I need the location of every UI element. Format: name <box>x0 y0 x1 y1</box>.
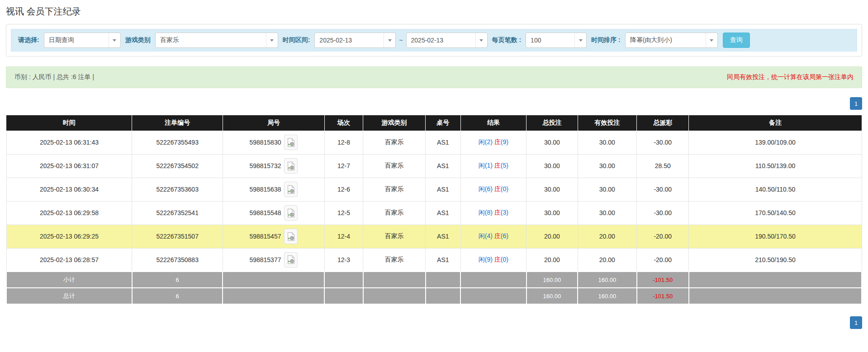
cell-time: 2025-02-13 06:30:34 <box>6 178 132 201</box>
video-file-icon <box>287 161 295 171</box>
table-row: 2025-02-13 06:31:07522267354502598815732… <box>6 154 862 178</box>
sort-order-label: 时间排序 : <box>591 36 621 44</box>
date-from-value: 2025-02-13 <box>315 37 384 44</box>
video-replay-button[interactable] <box>284 135 298 150</box>
cell-round-no: 598815830 <box>223 131 324 154</box>
cell-result: 闲(4) 庄(6) <box>460 225 526 248</box>
cell-table-no: AS1 <box>426 154 461 178</box>
summary-row: 小计6160.00160.00-101.50 <box>6 272 862 288</box>
cell-remark: 110.50/139.00 <box>689 154 862 178</box>
cell-valid-bet: 30.00 <box>578 131 636 154</box>
summary-label: 小计 <box>6 272 132 288</box>
cell-time: 2025-02-13 06:29:58 <box>6 201 132 225</box>
cell-round-no: 598815732 <box>223 154 324 178</box>
cell-game-type: 百家乐 <box>363 131 426 154</box>
result-player: 闲(4) <box>479 232 493 239</box>
pagination-bottom: 1 <box>6 316 862 329</box>
cell-payout: -20.00 <box>637 248 689 272</box>
cell-time: 2025-02-13 06:31:43 <box>6 131 132 154</box>
video-replay-button[interactable] <box>284 205 298 221</box>
summary-empty-cell <box>324 272 363 288</box>
cell-remark: 170.50/140.50 <box>689 201 862 225</box>
round-no-group: 598815732 <box>223 158 324 174</box>
cell-result: 闲(6) 庄(0) <box>460 178 526 201</box>
cell-result: 闲(8) 庄(3) <box>460 201 526 225</box>
result-banker: 庄 <box>494 138 501 145</box>
chevron-down-icon <box>109 33 120 47</box>
result-player: 闲(8) <box>479 209 493 216</box>
result-banker: 庄 <box>494 232 501 239</box>
result-banker: 庄 <box>494 256 501 263</box>
page-size-select[interactable]: 100 <box>526 33 587 48</box>
result-banker: 庄 <box>494 209 501 216</box>
cell-table-no: AS1 <box>426 248 461 272</box>
time-range-label: 时间区间: <box>283 36 310 44</box>
round-no-group: 598815457 <box>223 229 324 244</box>
pagination-page-1[interactable]: 1 <box>850 316 862 329</box>
summary-empty-cell <box>223 272 324 288</box>
cell-remark: 210.50/190.50 <box>689 248 862 272</box>
result-banker-score: (3) <box>501 209 508 216</box>
cell-result: 闲(9) 庄(0) <box>460 248 526 272</box>
cell-game-type: 百家乐 <box>363 201 426 225</box>
round-no-group: 598815548 <box>223 205 324 221</box>
cell-total-bet: 30.00 <box>526 131 578 154</box>
sort-order-select[interactable]: 降幂(由大到小) <box>625 33 718 48</box>
summary-empty-cell <box>460 288 526 304</box>
date-from-input[interactable]: 2025-02-13 <box>314 33 396 48</box>
table-row: 2025-02-13 06:30:34522267353603598815638… <box>6 178 862 201</box>
round-no-group: 598815377 <box>223 252 324 268</box>
column-header-time: 时间 <box>6 115 132 131</box>
column-header-valid-bet: 有效投注 <box>578 115 636 131</box>
page-size-label: 每页笔数 : <box>492 36 522 44</box>
cell-session: 12-5 <box>324 201 363 225</box>
valid-bet-note: 同局有效投注，统一计算在该局第一张注单内 <box>727 73 854 81</box>
round-no: 598815830 <box>249 139 281 146</box>
sort-order-value: 降幂(由大到小) <box>626 36 706 44</box>
chevron-down-icon <box>706 33 717 47</box>
cell-bet-no: 522267354502 <box>132 154 223 178</box>
search-button[interactable]: 查询 <box>723 33 750 48</box>
pagination-top: 1 <box>6 97 862 110</box>
cell-table-no: AS1 <box>426 131 461 154</box>
cell-session: 12-8 <box>324 131 363 154</box>
cell-game-type: 百家乐 <box>363 225 426 248</box>
summary-payout: -101.50 <box>637 288 689 304</box>
cell-session: 12-4 <box>324 225 363 248</box>
column-header-game-type: 游戏类别 <box>363 115 426 131</box>
video-replay-button[interactable] <box>284 252 298 268</box>
cell-table-no: AS1 <box>426 178 461 201</box>
round-no: 598815457 <box>249 233 281 240</box>
table-row: 2025-02-13 06:31:43522267355493598815830… <box>6 131 862 154</box>
game-type-select[interactable]: 百家乐 <box>155 33 278 48</box>
summary-count: 6 <box>132 288 223 304</box>
summary-remark-empty <box>689 288 862 304</box>
cell-session: 12-6 <box>324 178 363 201</box>
page-size-value: 100 <box>526 37 574 44</box>
query-type-select[interactable]: 日期查询 <box>44 33 121 48</box>
summary-total-bet: 160.00 <box>526 272 578 288</box>
cell-bet-no: 522267353603 <box>132 178 223 201</box>
cell-bet-no: 522267355493 <box>132 131 223 154</box>
date-to-input[interactable]: 2025-02-13 <box>406 33 488 48</box>
cell-total-bet: 20.00 <box>526 248 578 272</box>
video-replay-button[interactable] <box>284 158 298 174</box>
pagination-page-1[interactable]: 1 <box>850 97 862 110</box>
bets-table: 时间 注单编号 局号 场次 游戏类别 桌号 结果 总投注 有效投注 总派彩 备注… <box>6 115 862 305</box>
cell-time: 2025-02-13 06:31:07 <box>6 154 132 178</box>
cell-bet-no: 522267350883 <box>132 248 223 272</box>
video-replay-button[interactable] <box>284 229 298 244</box>
result-banker: 庄 <box>494 162 501 169</box>
video-file-icon <box>287 208 295 218</box>
currency-total-text: 币别 : 人民币 | 总共 :6 注单 | <box>14 73 94 81</box>
video-file-icon <box>287 232 295 241</box>
summary-valid-bet: 160.00 <box>578 272 636 288</box>
cell-bet-no: 522267351507 <box>132 225 223 248</box>
result-banker: 庄 <box>494 185 501 192</box>
result-banker-score: (0) <box>501 256 508 263</box>
cell-round-no: 598815548 <box>223 201 324 225</box>
column-header-result: 结果 <box>460 115 526 131</box>
page-title: 视讯 会员下注纪录 <box>6 5 862 18</box>
video-replay-button[interactable] <box>284 182 298 197</box>
summary-count: 6 <box>132 272 223 288</box>
